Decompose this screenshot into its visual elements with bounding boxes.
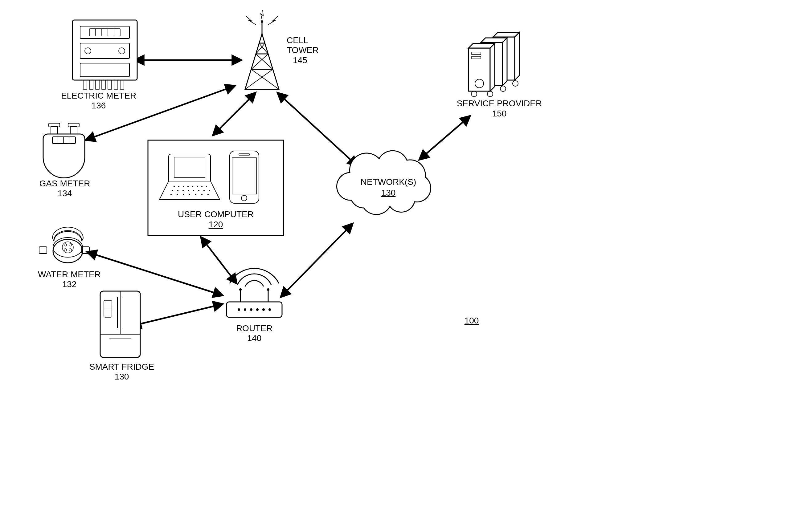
svg-point-65 [172,190,173,191]
svg-point-75 [183,194,184,195]
svg-point-73 [170,194,172,195]
svg-point-67 [183,190,184,191]
svg-point-93 [262,308,265,311]
arrow-water-router [91,253,219,294]
figure-ref: 100 [464,316,479,325]
svg-rect-13 [89,80,93,89]
svg-point-105 [471,91,477,97]
svg-point-54 [261,20,263,23]
svg-point-27 [53,239,83,263]
arrow-celltower-networks [280,96,354,163]
svg-rect-23 [51,126,57,134]
user-computer-label: USER COMPUTER [178,210,254,219]
electric-meter-node: ELECTRIC METER 136 [61,20,137,110]
arrow-fridge-router [136,305,219,325]
gas-meter-node: GAS METER 134 [40,123,90,198]
electric-meter-icon [72,20,137,89]
svg-point-86 [239,288,242,291]
router-ref: 140 [247,333,262,343]
water-meter-label: WATER METER [38,269,101,279]
svg-rect-18 [120,80,124,89]
svg-point-62 [196,186,198,187]
svg-point-108 [513,81,518,86]
svg-point-70 [198,190,200,191]
water-meter-icon [39,227,89,263]
svg-point-78 [201,194,203,195]
smart-fridge-icon [100,291,140,357]
cell-tower-icon [245,10,279,89]
networks-label: NETWORK(S) [361,177,416,187]
svg-point-107 [500,86,506,92]
service-provider-label: SERVICE PROVIDER [457,99,542,108]
svg-point-76 [189,194,190,195]
svg-point-58 [178,186,179,187]
svg-rect-34 [39,247,47,253]
router-label: ROUTER [236,323,273,333]
gas-meter-label: GAS METER [40,179,90,188]
svg-point-87 [267,288,270,291]
smart-fridge-ref: 130 [115,372,129,381]
electric-meter-label: ELECTRIC METER [61,91,136,100]
svg-rect-81 [232,158,256,194]
network-diagram: ELECTRIC METER 136 GAS METER 134 [0,0,786,532]
svg-point-64 [206,186,207,187]
svg-rect-12 [83,80,87,89]
user-computer-ref: 120 [209,220,223,229]
arrow-networks-service [422,119,467,157]
svg-rect-83 [239,154,250,155]
arrow-usercomputer-router [204,240,234,280]
router-node: ROUTER 140 [227,268,282,343]
electric-meter-ref: 136 [92,101,106,110]
smart-fridge-node: SMART FRIDGE 130 [89,291,155,381]
smart-fridge-label: SMART FRIDGE [89,362,155,371]
svg-point-66 [177,190,179,191]
svg-rect-15 [102,80,106,89]
svg-point-79 [207,194,209,195]
svg-line-52 [251,69,279,89]
svg-point-90 [244,308,246,311]
svg-rect-56 [174,157,205,177]
cell-tower-node: CELL TOWER 145 [245,10,319,89]
svg-point-91 [250,308,252,311]
svg-point-71 [204,190,205,191]
svg-point-59 [183,186,184,187]
user-computer-node: USER COMPUTER 120 [148,140,283,236]
svg-point-106 [487,91,493,97]
svg-point-72 [209,190,210,191]
cell-tower-ref: 145 [293,55,307,65]
svg-point-69 [193,190,194,191]
svg-rect-14 [96,80,99,89]
servers-icon [468,32,519,97]
networks-ref: 130 [381,188,396,197]
cell-tower-label-1: CELL [287,35,308,45]
svg-point-89 [238,308,240,311]
svg-point-77 [195,194,196,195]
arrow-router-networks [283,226,350,294]
svg-rect-1 [72,20,137,80]
svg-point-60 [187,186,189,187]
cell-tower-label-2: TOWER [287,45,319,55]
router-icon [227,268,282,317]
svg-point-61 [192,186,193,187]
water-meter-node: WATER METER 132 [38,227,101,289]
arrow-celltower-usercomputer [216,96,253,132]
svg-rect-16 [108,80,112,89]
service-provider-node: SERVICE PROVIDER 150 [457,32,542,118]
laptop-icon [159,154,220,200]
service-provider-ref: 150 [492,109,507,118]
svg-point-57 [174,186,175,187]
gas-meter-ref: 134 [57,189,72,198]
svg-point-68 [188,190,189,191]
svg-point-94 [269,308,271,311]
svg-rect-88 [227,302,282,317]
water-meter-ref: 132 [62,280,77,289]
svg-rect-17 [114,80,118,89]
smartphone-icon [230,151,259,203]
svg-point-92 [256,308,259,311]
svg-point-63 [201,186,203,187]
svg-point-74 [177,194,178,195]
svg-rect-24 [70,126,77,134]
svg-line-51 [245,69,273,89]
svg-point-82 [241,195,247,201]
gas-meter-icon [43,123,85,178]
